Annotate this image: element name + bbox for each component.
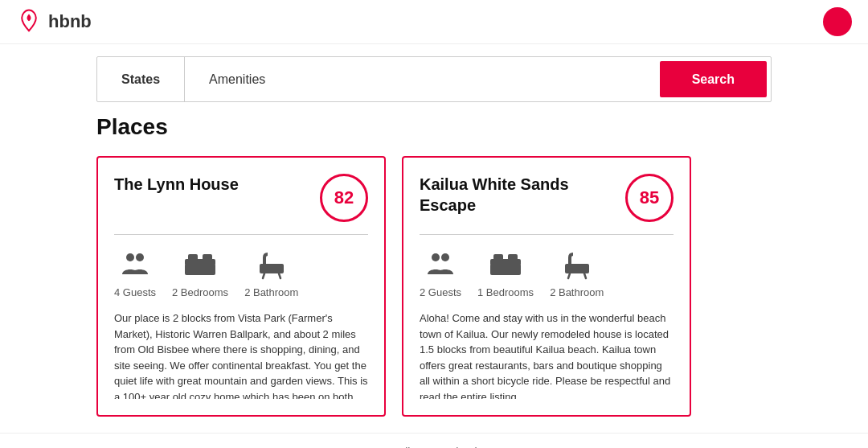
svg-point-1 — [136, 253, 144, 261]
card-1-bedrooms: 2 Bedrooms — [172, 247, 228, 298]
card-1-rating: 82 — [320, 174, 368, 222]
filter-bar: States Amenities Search — [96, 56, 772, 102]
card-1-amenities: 4 Guests 2 Bedrooms — [114, 247, 368, 298]
card-1-bedrooms-label: 2 Bedrooms — [172, 286, 228, 298]
card-1-description: Our place is 2 blocks from Vista Park (F… — [114, 310, 368, 399]
logo-icon — [16, 9, 42, 35]
place-card-2: Kailua White Sands Escape 85 2 Gues — [402, 156, 691, 417]
card-2-header: Kailua White Sands Escape 85 — [420, 174, 674, 222]
states-filter[interactable]: States — [97, 57, 185, 101]
svg-rect-5 — [203, 254, 212, 261]
card-2-amenities: 2 Guests 1 Bedrooms — [420, 247, 674, 298]
svg-rect-12 — [508, 254, 518, 261]
card-2-guests: 2 Guests — [420, 247, 461, 298]
user-avatar[interactable] — [823, 7, 852, 36]
card-1-title: The Lynn House — [114, 174, 239, 195]
bedrooms-icon-2 — [488, 247, 523, 282]
cards-container: The Lynn House 82 4 Guests — [96, 156, 772, 417]
card-1-header: The Lynn House 82 — [114, 174, 368, 222]
guests-icon-2 — [423, 247, 458, 282]
card-2-divider — [420, 234, 674, 235]
svg-rect-13 — [565, 264, 589, 273]
card-1-guests-label: 4 Guests — [114, 286, 156, 298]
svg-rect-4 — [188, 254, 198, 261]
amenities-label: Amenities — [209, 72, 265, 87]
svg-point-0 — [126, 253, 134, 261]
logo-area: hbnb — [16, 9, 92, 35]
guests-icon — [117, 247, 153, 282]
card-2-rating: 85 — [625, 174, 674, 222]
svg-point-8 — [441, 253, 449, 261]
amenities-filter[interactable]: Amenities — [185, 57, 656, 101]
card-2-guests-label: 2 Guests — [420, 286, 461, 298]
search-button[interactable]: Search — [660, 61, 767, 97]
svg-rect-2 — [185, 264, 215, 275]
places-title: Places — [96, 114, 772, 140]
card-1-divider — [114, 234, 368, 235]
header: hbnb — [0, 0, 868, 44]
svg-rect-11 — [493, 254, 503, 261]
bathrooms-icon — [254, 247, 289, 282]
card-2-bathrooms-label: 2 Bathroom — [550, 286, 604, 298]
main-content: Places The Lynn House 82 — [0, 114, 868, 417]
card-2-bedrooms-label: 1 Bedrooms — [477, 286, 534, 298]
card-2-bathrooms: 2 Bathroom — [550, 247, 604, 298]
svg-point-7 — [432, 253, 440, 261]
card-2-bedrooms: 1 Bedrooms — [477, 247, 534, 298]
card-1-guests: 4 Guests — [114, 247, 156, 298]
place-card-1: The Lynn House 82 4 Guests — [96, 156, 386, 417]
card-2-description: Aloha! Come and stay with us in the wond… — [420, 310, 674, 399]
states-label: States — [121, 72, 160, 87]
footer: Holberton School — [0, 433, 868, 448]
logo-text: hbnb — [48, 11, 92, 32]
bathrooms-icon-2 — [559, 247, 595, 282]
svg-rect-6 — [260, 264, 284, 273]
card-2-title: Kailua White Sands Escape — [420, 174, 604, 216]
card-1-bathrooms: 2 Bathroom — [244, 247, 298, 298]
svg-rect-9 — [490, 264, 521, 275]
bedrooms-icon — [182, 247, 218, 282]
card-1-bathrooms-label: 2 Bathroom — [244, 286, 298, 298]
